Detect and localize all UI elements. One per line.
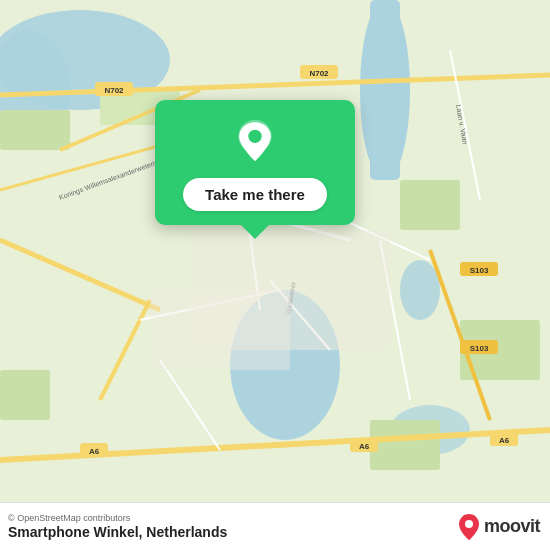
svg-text:A6: A6 — [89, 447, 100, 456]
moovit-text: moovit — [484, 516, 540, 537]
take-me-there-button[interactable]: Take me there — [183, 178, 327, 211]
svg-point-4 — [360, 0, 410, 180]
location-name: Smartphone Winkel, Netherlands — [8, 524, 227, 540]
moovit-logo: moovit — [458, 513, 540, 541]
map-background: N702 N702 A6 A6 A6 S103 S103 Westoever — [0, 0, 550, 550]
svg-text:S103: S103 — [470, 266, 489, 275]
bottom-bar: © OpenStreetMap contributors Smartphone … — [0, 502, 550, 550]
svg-point-49 — [248, 130, 261, 143]
map-container: N702 N702 A6 A6 A6 S103 S103 Westoever — [0, 0, 550, 550]
bottom-left-info: © OpenStreetMap contributors Smartphone … — [8, 513, 227, 540]
svg-point-50 — [465, 520, 473, 528]
svg-rect-13 — [370, 420, 440, 470]
svg-text:N702: N702 — [309, 69, 329, 78]
svg-text:A6: A6 — [499, 436, 510, 445]
svg-point-6 — [400, 260, 440, 320]
moovit-pin-icon — [458, 513, 480, 541]
svg-text:A6: A6 — [359, 442, 370, 451]
popup-card: Take me there — [155, 100, 355, 225]
svg-text:N702: N702 — [104, 86, 124, 95]
svg-rect-10 — [400, 180, 460, 230]
svg-rect-12 — [0, 370, 50, 420]
svg-rect-47 — [150, 290, 290, 370]
location-pin-icon — [230, 118, 280, 168]
svg-rect-8 — [0, 110, 70, 150]
openstreetmap-credit: © OpenStreetMap contributors — [8, 513, 227, 523]
svg-text:S103: S103 — [470, 344, 489, 353]
